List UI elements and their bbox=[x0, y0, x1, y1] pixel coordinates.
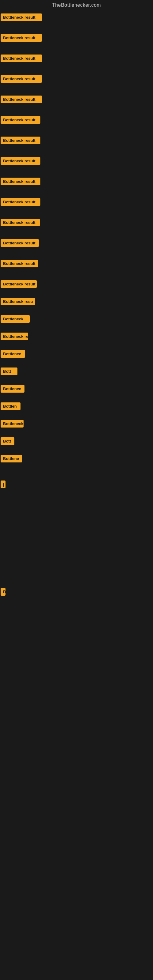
list-item: Bottleneck result bbox=[1, 218, 153, 228]
item-spacer bbox=[1, 169, 153, 177]
list-item: Bottleneck result bbox=[1, 75, 153, 84]
item-spacer bbox=[1, 309, 153, 315]
site-title: TheBottlenecker.com bbox=[0, 0, 153, 12]
bottleneck-badge: Bottleneck bbox=[1, 420, 24, 428]
item-spacer bbox=[1, 250, 153, 259]
bottleneck-badge: Bottleneck result bbox=[1, 34, 42, 41]
bottleneck-badge: Bottleneck result bbox=[1, 178, 40, 185]
item-spacer bbox=[1, 361, 153, 367]
bottleneck-badge: Bottleneck result bbox=[1, 219, 40, 226]
list-item: Bottleneck result bbox=[1, 136, 153, 146]
item-spacer bbox=[1, 291, 153, 297]
bottleneck-badge: Bottleneck result bbox=[1, 75, 42, 83]
item-spacer bbox=[1, 210, 153, 218]
list-item: Bottleneck result bbox=[1, 115, 153, 126]
item-spacer bbox=[1, 492, 153, 522]
bottleneck-badge: Bottleneck re bbox=[1, 332, 28, 340]
item-spacer bbox=[1, 25, 153, 33]
bottleneck-badge: Bottleneck result bbox=[1, 239, 39, 247]
list-item: Bottleneck bbox=[1, 315, 153, 325]
list-item: Bottleneck result bbox=[1, 95, 153, 105]
item-spacer bbox=[1, 107, 153, 115]
list-item: Bottleneck result bbox=[1, 197, 153, 208]
bottleneck-badge: Bottlenec bbox=[1, 350, 25, 358]
bottleneck-badge: Bott bbox=[1, 368, 18, 375]
bottleneck-items-list: Bottleneck resultBottleneck resultBottle… bbox=[0, 12, 153, 522]
list-item: B bbox=[1, 587, 153, 598]
bottleneck-badge: Bottleneck bbox=[1, 315, 30, 323]
item-spacer bbox=[1, 148, 153, 156]
list-item: Bottleneck re bbox=[1, 332, 153, 342]
item-spacer bbox=[1, 66, 153, 75]
list-item: Bott bbox=[1, 437, 153, 447]
list-item: Bottleneck resu bbox=[1, 297, 153, 307]
bottleneck-badge: | bbox=[1, 480, 5, 488]
bottleneck-badge: B bbox=[1, 588, 5, 596]
bottleneck-badge: Bottleneck result bbox=[1, 157, 40, 165]
list-item: Bottleneck result bbox=[1, 54, 153, 64]
item-spacer bbox=[1, 189, 153, 197]
item-spacer bbox=[1, 344, 153, 350]
item-spacer bbox=[1, 230, 153, 239]
item-spacer bbox=[1, 466, 153, 480]
item-spacer bbox=[1, 86, 153, 95]
bottleneck-badge: Bottlene bbox=[1, 455, 22, 463]
bottleneck-badge: Bottleneck result bbox=[1, 137, 40, 144]
list-item: | bbox=[1, 480, 153, 490]
bottleneck-badge: Bottleneck result bbox=[1, 116, 40, 124]
bottleneck-badge: Bottleneck result bbox=[1, 95, 42, 103]
list-item: Bottleneck result bbox=[1, 280, 153, 290]
item-spacer bbox=[1, 396, 153, 402]
bottleneck-badge: Bottleneck result bbox=[1, 13, 42, 21]
item-spacer bbox=[1, 414, 153, 419]
item-spacer bbox=[1, 449, 153, 454]
list-item: Bott bbox=[1, 367, 153, 377]
list-item: Bottleneck result bbox=[1, 239, 153, 249]
list-item: Bottleneck result bbox=[1, 13, 153, 23]
item-spacer bbox=[1, 271, 153, 280]
list-item: Bottlene bbox=[1, 454, 153, 464]
bottleneck-badge: Bottlenec bbox=[1, 385, 24, 393]
bottom-item-container: B bbox=[0, 584, 153, 598]
list-item: Bottleneck result bbox=[1, 177, 153, 187]
list-item: Bottlenec bbox=[1, 384, 153, 395]
list-item: Bottleneck result bbox=[1, 259, 153, 269]
list-item: Bottlenec bbox=[1, 350, 153, 360]
bottleneck-badge: Bottleneck result bbox=[1, 198, 40, 206]
bottleneck-badge: Bott bbox=[1, 438, 14, 445]
bottleneck-badge: Bottleneck result bbox=[1, 54, 42, 62]
item-spacer bbox=[1, 326, 153, 332]
item-spacer bbox=[1, 379, 153, 384]
item-spacer bbox=[1, 431, 153, 437]
bottleneck-badge: Bottleneck resu bbox=[1, 298, 35, 305]
bottleneck-badge: Bottleneck result bbox=[1, 260, 38, 267]
list-item: Bottleneck result bbox=[1, 156, 153, 167]
bottleneck-badge: Bottleneck result bbox=[1, 280, 37, 288]
item-spacer bbox=[1, 45, 153, 54]
item-spacer bbox=[1, 127, 153, 136]
site-title-container: TheBottlenecker.com bbox=[0, 0, 153, 12]
list-item: Bottleneck bbox=[1, 419, 153, 430]
bottleneck-badge: Bottlen bbox=[1, 402, 21, 410]
list-item: Bottleneck result bbox=[1, 33, 153, 43]
list-item: Bottlen bbox=[1, 402, 153, 412]
